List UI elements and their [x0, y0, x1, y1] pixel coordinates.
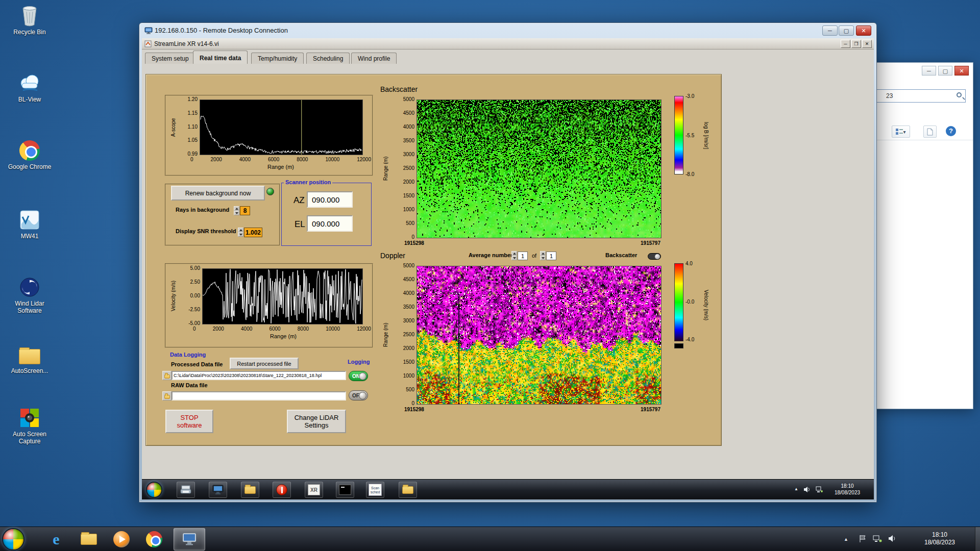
drive-browse-icon[interactable]: [162, 371, 172, 380]
desktop-icon-auto-screen-capture[interactable]: Auto Screen Capture: [4, 406, 55, 445]
desktop-icon-google-chrome[interactable]: Google Chrome: [4, 139, 55, 170]
snr-spinner[interactable]: [238, 228, 243, 237]
raw-path-field[interactable]: [172, 391, 346, 400]
renew-background-button[interactable]: Renew background now: [171, 186, 265, 201]
doppler-y-axis-label: Range (m): [382, 309, 389, 360]
stop-software-button[interactable]: STOP software: [165, 410, 213, 433]
remote-taskbar-scan-sched[interactable]: Scan sched: [366, 482, 384, 498]
desktop-icon-autoscreen[interactable]: AutoScreen...: [4, 343, 55, 374]
raw-data-file-label: RAW Data file: [171, 382, 208, 388]
restore-button[interactable]: ❐: [851, 40, 861, 48]
remote-clock[interactable]: 18:10 18/08/2023: [826, 483, 869, 496]
desktop-icon-label: MW41: [4, 233, 55, 240]
az-value-field[interactable]: 090.000: [307, 191, 353, 208]
processed-logging-toggle[interactable]: ON: [349, 371, 368, 381]
maximize-button[interactable]: ▢: [839, 26, 854, 36]
taskbar-chrome[interactable]: [141, 528, 167, 550]
rdp-titlebar[interactable]: 192.168.0.150 - Remote Desktop Connectio…: [139, 23, 876, 38]
folder-icon: [17, 343, 42, 366]
drive-browse-icon[interactable]: [162, 391, 172, 400]
axis-tick: 2000: [213, 326, 224, 332]
remote-taskbar-stop-app[interactable]: [273, 482, 291, 498]
start-button[interactable]: [2, 528, 24, 550]
ascope-plot[interactable]: [200, 99, 363, 155]
tab-wind-profile[interactable]: Wind profile: [351, 53, 397, 64]
axis-tick: 8000: [298, 326, 309, 332]
help-button[interactable]: ?: [946, 126, 956, 136]
volume-icon[interactable]: [803, 486, 811, 493]
backscatter-title: Backscatter: [380, 85, 418, 93]
close-button[interactable]: ✕: [856, 26, 871, 36]
restart-processed-file-button[interactable]: Restart processed file: [230, 358, 299, 369]
desktop-icon-mw41[interactable]: MW41: [4, 208, 55, 240]
close-button[interactable]: ✕: [954, 66, 969, 76]
rays-spinner[interactable]: [234, 206, 239, 215]
snr-value-field[interactable]: 1.002: [244, 228, 262, 237]
tab-system-setup[interactable]: System setup: [145, 53, 195, 64]
app-titlebar[interactable]: StreamLine XR v14-6.vi ─ ❐ ✕: [142, 38, 874, 49]
volume-icon[interactable]: [888, 535, 896, 542]
document-icon: [927, 128, 933, 136]
new-document-button[interactable]: [923, 126, 937, 138]
desktop-icon-bl-view[interactable]: BL-View: [4, 71, 55, 103]
minimize-button[interactable]: ─: [922, 66, 936, 76]
x-end-label: 1915797: [641, 407, 660, 412]
view-mode-button[interactable]: ▾: [892, 126, 910, 138]
ascope-y-ticks: 1.201.151.101.050.99: [182, 97, 198, 157]
show-desktop-button[interactable]: [975, 527, 980, 551]
clock[interactable]: 18:10 18/08/2023: [912, 531, 968, 546]
average-spinner[interactable]: [511, 251, 517, 259]
average-of-spinner[interactable]: [540, 251, 546, 259]
processed-path-field[interactable]: C:\Lidar\Data\Proc\2023\202308\20230818\…: [172, 371, 346, 380]
doppler-heatmap: [416, 266, 662, 405]
remote-taskbar-xr-app[interactable]: XR: [305, 482, 323, 498]
raw-logging-toggle[interactable]: OFF: [349, 390, 368, 400]
axis-tick: 3500: [403, 138, 414, 143]
change-lidar-settings-button[interactable]: Change LiDAR Settings: [287, 410, 346, 433]
minimize-button[interactable]: ─: [822, 26, 838, 36]
scan-sched-icon: Scan sched: [369, 484, 382, 496]
doppler-colorbar: [674, 263, 683, 341]
remote-taskbar-app-3[interactable]: [241, 482, 259, 498]
axis-tick: 500: [406, 221, 414, 226]
action-center-flag-icon[interactable]: [859, 535, 867, 543]
remote-start-button[interactable]: [146, 482, 162, 498]
taskbar-remote-desktop-active[interactable]: [174, 528, 205, 550]
rays-value-field[interactable]: 8: [240, 206, 250, 215]
network-icon[interactable]: [873, 535, 882, 543]
desktop-icon-recycle-bin[interactable]: Recycle Bin: [4, 4, 55, 36]
tab-temp-humidity[interactable]: Temp/humidity: [251, 53, 304, 64]
close-button[interactable]: ✕: [862, 40, 872, 48]
show-hidden-icons[interactable]: ▲: [794, 487, 798, 491]
desktop-icon-wind-lidar[interactable]: Wind Lidar Software: [4, 276, 55, 314]
stop-line1: STOP: [180, 414, 198, 421]
axis-tick: 2000: [403, 180, 414, 185]
taskbar-media-player[interactable]: [108, 528, 135, 550]
el-value-field[interactable]: 090.000: [307, 215, 353, 232]
velocity-x-ticks: 020004000600080001000012000: [193, 326, 371, 332]
raw-path-control[interactable]: [162, 391, 346, 400]
show-hidden-icons[interactable]: ▲: [844, 537, 848, 542]
remote-taskbar-app-1[interactable]: [177, 482, 195, 498]
list-view-icon: [896, 129, 903, 135]
internet-explorer-icon: e: [53, 531, 59, 548]
processed-path-control[interactable]: C:\Lidar\Data\Proc\2023\202308\20230818\…: [162, 371, 346, 380]
axis-tick: 3000: [403, 318, 414, 323]
average-of-field[interactable]: 1: [546, 252, 556, 260]
maximize-button[interactable]: ▢: [938, 66, 952, 76]
remote-clock-time: 18:10: [826, 483, 869, 489]
restore-icon: ❐: [854, 41, 858, 46]
tab-scheduling[interactable]: Scheduling: [306, 53, 350, 64]
remote-taskbar-console[interactable]: [336, 482, 354, 498]
remote-taskbar-folder[interactable]: [399, 482, 417, 498]
backscatter-display-toggle[interactable]: [648, 253, 661, 260]
axis-tick: 1000: [403, 207, 414, 212]
axis-tick: 12000: [357, 326, 371, 332]
tab-real-time-data[interactable]: Real time data: [193, 51, 248, 64]
taskbar-internet-explorer[interactable]: e: [43, 528, 69, 550]
remote-taskbar-app-2[interactable]: [209, 482, 227, 498]
network-icon[interactable]: [816, 486, 823, 493]
taskbar-explorer[interactable]: [76, 528, 102, 550]
average-number-field[interactable]: 1: [518, 252, 528, 260]
minimize-button[interactable]: ─: [841, 40, 850, 48]
